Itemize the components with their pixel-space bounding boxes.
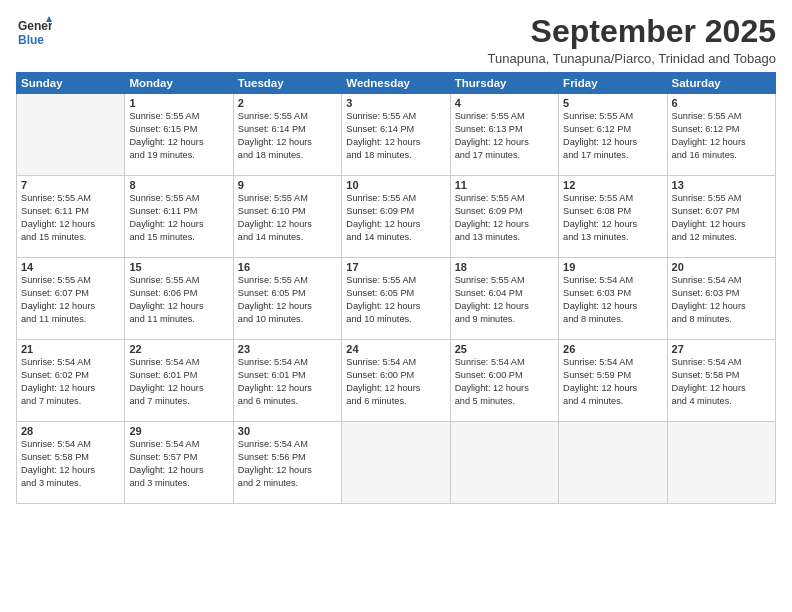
calendar-cell: 13Sunrise: 5:55 AMSunset: 6:07 PMDayligh… — [667, 176, 775, 258]
calendar-cell: 27Sunrise: 5:54 AMSunset: 5:58 PMDayligh… — [667, 340, 775, 422]
day-number: 25 — [455, 343, 554, 355]
cell-line: Sunset: 6:14 PM — [346, 123, 445, 136]
cell-line: Daylight: 12 hours — [672, 382, 771, 395]
day-number: 23 — [238, 343, 337, 355]
cell-line: Sunrise: 5:55 AM — [238, 192, 337, 205]
day-number: 2 — [238, 97, 337, 109]
cell-line: Sunrise: 5:55 AM — [563, 192, 662, 205]
calendar-cell — [450, 422, 558, 504]
calendar-cell: 20Sunrise: 5:54 AMSunset: 6:03 PMDayligh… — [667, 258, 775, 340]
cell-line: and 15 minutes. — [21, 231, 120, 244]
cell-line: Daylight: 12 hours — [129, 464, 228, 477]
cell-line: and 14 minutes. — [346, 231, 445, 244]
day-header-monday: Monday — [125, 73, 233, 94]
cell-line: Sunset: 6:11 PM — [21, 205, 120, 218]
cell-line: Sunset: 6:05 PM — [238, 287, 337, 300]
calendar-cell: 30Sunrise: 5:54 AMSunset: 5:56 PMDayligh… — [233, 422, 341, 504]
calendar-cell: 6Sunrise: 5:55 AMSunset: 6:12 PMDaylight… — [667, 94, 775, 176]
day-header-saturday: Saturday — [667, 73, 775, 94]
cell-line: Daylight: 12 hours — [238, 382, 337, 395]
cell-line: and 11 minutes. — [129, 313, 228, 326]
cell-line: Daylight: 12 hours — [672, 218, 771, 231]
cell-line: and 18 minutes. — [238, 149, 337, 162]
day-header-tuesday: Tuesday — [233, 73, 341, 94]
day-number: 10 — [346, 179, 445, 191]
svg-text:Blue: Blue — [18, 33, 44, 47]
cell-line: Daylight: 12 hours — [129, 300, 228, 313]
cell-line: Sunset: 6:10 PM — [238, 205, 337, 218]
cell-line: Sunset: 6:11 PM — [129, 205, 228, 218]
cell-line: Daylight: 12 hours — [563, 300, 662, 313]
cell-line: Sunset: 6:02 PM — [21, 369, 120, 382]
day-number: 13 — [672, 179, 771, 191]
cell-line: Sunrise: 5:55 AM — [455, 192, 554, 205]
day-number: 29 — [129, 425, 228, 437]
day-number: 11 — [455, 179, 554, 191]
cell-line: Sunset: 6:06 PM — [129, 287, 228, 300]
cell-line: and 9 minutes. — [455, 313, 554, 326]
calendar-cell: 2Sunrise: 5:55 AMSunset: 6:14 PMDaylight… — [233, 94, 341, 176]
logo-icon: General Blue — [16, 14, 52, 50]
calendar-cell — [559, 422, 667, 504]
cell-line: and 17 minutes. — [563, 149, 662, 162]
cell-line: Sunrise: 5:54 AM — [455, 356, 554, 369]
cell-line: Daylight: 12 hours — [563, 382, 662, 395]
cell-line: Sunrise: 5:55 AM — [455, 110, 554, 123]
calendar-cell: 29Sunrise: 5:54 AMSunset: 5:57 PMDayligh… — [125, 422, 233, 504]
calendar-cell: 11Sunrise: 5:55 AMSunset: 6:09 PMDayligh… — [450, 176, 558, 258]
cell-line: Sunrise: 5:54 AM — [129, 438, 228, 451]
calendar-cell: 14Sunrise: 5:55 AMSunset: 6:07 PMDayligh… — [17, 258, 125, 340]
cell-line: Sunrise: 5:54 AM — [21, 356, 120, 369]
calendar-cell: 15Sunrise: 5:55 AMSunset: 6:06 PMDayligh… — [125, 258, 233, 340]
calendar-cell: 8Sunrise: 5:55 AMSunset: 6:11 PMDaylight… — [125, 176, 233, 258]
logo: General Blue — [16, 14, 52, 50]
cell-line: Daylight: 12 hours — [672, 136, 771, 149]
calendar-cell: 22Sunrise: 5:54 AMSunset: 6:01 PMDayligh… — [125, 340, 233, 422]
cell-line: Sunset: 6:09 PM — [455, 205, 554, 218]
cell-line: Daylight: 12 hours — [238, 300, 337, 313]
cell-line: Sunset: 5:57 PM — [129, 451, 228, 464]
cell-line: and 5 minutes. — [455, 395, 554, 408]
cell-line: Daylight: 12 hours — [238, 218, 337, 231]
cell-line: Daylight: 12 hours — [563, 136, 662, 149]
calendar-header-row: SundayMondayTuesdayWednesdayThursdayFrid… — [17, 73, 776, 94]
cell-line: Sunset: 6:05 PM — [346, 287, 445, 300]
cell-line: Daylight: 12 hours — [129, 218, 228, 231]
title-block: September 2025 Tunapuna, Tunapuna/Piarco… — [488, 14, 776, 66]
cell-line: and 13 minutes. — [455, 231, 554, 244]
day-number: 3 — [346, 97, 445, 109]
day-number: 7 — [21, 179, 120, 191]
day-number: 9 — [238, 179, 337, 191]
calendar-cell: 1Sunrise: 5:55 AMSunset: 6:15 PMDaylight… — [125, 94, 233, 176]
cell-line: Sunrise: 5:55 AM — [21, 192, 120, 205]
cell-line: Sunrise: 5:54 AM — [346, 356, 445, 369]
day-header-friday: Friday — [559, 73, 667, 94]
day-header-sunday: Sunday — [17, 73, 125, 94]
cell-line: Sunset: 6:13 PM — [455, 123, 554, 136]
cell-line: Sunset: 6:14 PM — [238, 123, 337, 136]
cell-line: and 6 minutes. — [346, 395, 445, 408]
cell-line: Daylight: 12 hours — [129, 382, 228, 395]
cell-line: Sunset: 6:07 PM — [672, 205, 771, 218]
cell-line: Sunset: 6:03 PM — [563, 287, 662, 300]
cell-line: Sunrise: 5:54 AM — [129, 356, 228, 369]
calendar-cell: 24Sunrise: 5:54 AMSunset: 6:00 PMDayligh… — [342, 340, 450, 422]
cell-line: Sunset: 6:07 PM — [21, 287, 120, 300]
cell-line: and 11 minutes. — [21, 313, 120, 326]
cell-line: Sunset: 6:04 PM — [455, 287, 554, 300]
cell-line: Daylight: 12 hours — [21, 218, 120, 231]
calendar-cell — [342, 422, 450, 504]
day-number: 1 — [129, 97, 228, 109]
calendar-cell: 7Sunrise: 5:55 AMSunset: 6:11 PMDaylight… — [17, 176, 125, 258]
cell-line: Sunset: 6:01 PM — [129, 369, 228, 382]
calendar-cell: 3Sunrise: 5:55 AMSunset: 6:14 PMDaylight… — [342, 94, 450, 176]
location-subtitle: Tunapuna, Tunapuna/Piarco, Trinidad and … — [488, 51, 776, 66]
cell-line: Sunrise: 5:55 AM — [672, 192, 771, 205]
cell-line: Sunset: 6:03 PM — [672, 287, 771, 300]
cell-line: Daylight: 12 hours — [238, 136, 337, 149]
cell-line: Sunrise: 5:54 AM — [672, 356, 771, 369]
cell-line: Daylight: 12 hours — [21, 382, 120, 395]
cell-line: Daylight: 12 hours — [346, 300, 445, 313]
cell-line: Sunset: 6:12 PM — [563, 123, 662, 136]
cell-line: Sunset: 6:00 PM — [346, 369, 445, 382]
